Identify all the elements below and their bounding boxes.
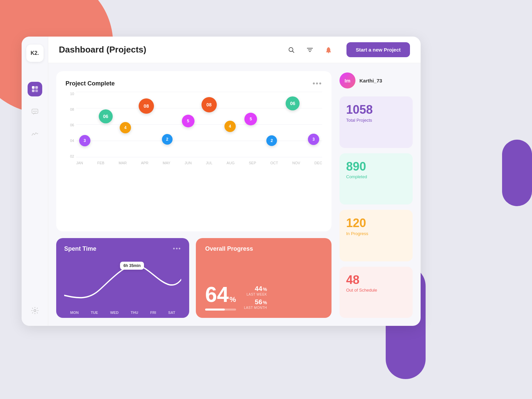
logo: K2.: [26, 45, 44, 62]
bubble-feb: 06: [99, 109, 113, 123]
bubble-jun: 5: [182, 115, 195, 127]
svg-rect-2: [32, 89, 35, 92]
progress-percent-symbol: %: [229, 295, 236, 304]
header: Dashboard (Projects): [48, 37, 421, 63]
page-title: Dashboard (Projects): [59, 45, 280, 55]
progress-title: Overall Progress: [205, 245, 322, 252]
bubble-aug: 4: [224, 121, 236, 132]
bubble-jan: 3: [79, 135, 90, 146]
svg-line-10: [292, 51, 294, 53]
y-axis: 10 08 06 04 02: [66, 92, 75, 165]
stat-label-completed: Completed: [346, 174, 406, 179]
stat-label-outofschedule: Out of Schedule: [346, 288, 406, 293]
nav-chat[interactable]: [28, 104, 42, 119]
stat-number-total: 1058: [346, 103, 406, 116]
spent-time-menu[interactable]: •••: [173, 245, 181, 252]
bubble-chart: 10 08 06 04 02: [66, 92, 322, 165]
bg-rect-right: [502, 140, 532, 206]
sidebar: K2.: [22, 37, 48, 326]
progress-stats: 44 % LAST WEEK 56 %: [244, 285, 267, 310]
stat-number-completed: 890: [346, 160, 406, 173]
filter-button[interactable]: [304, 44, 316, 56]
settings-icon[interactable]: [28, 303, 42, 318]
bubble-may: 2: [162, 134, 173, 145]
right-column: Im Karthi_73 1058 Total Projects 890 Com…: [339, 71, 413, 318]
svg-point-5: [33, 111, 34, 112]
body: Project Complete ••• 10 08 06 04 02: [48, 63, 421, 326]
spent-time-card: Spent Time ••• 6h 35min MON: [56, 238, 189, 318]
spent-xaxis: MON TUE WED THU FRI SAT: [64, 309, 181, 318]
bubble-sep: 5: [244, 113, 257, 125]
last-week-value: 44: [255, 285, 262, 293]
progress-body: 64 % 44: [205, 284, 322, 311]
user-profile: Im Karthi_73: [339, 71, 413, 90]
nav-activity[interactable]: [28, 127, 42, 142]
x-axis: JAN FEB MAR APR MAY JUN JUL AUG SEP OCT …: [76, 161, 322, 165]
avatar: Im: [339, 72, 355, 88]
stat-card-total: 1058 Total Projects: [339, 96, 413, 148]
svg-rect-0: [32, 86, 35, 89]
stat-card-outofschedule: 48 Out of Schedule: [339, 267, 413, 318]
stat-label-total: Total Projects: [346, 118, 406, 123]
svg-rect-3: [35, 89, 38, 92]
bubble-mar: 4: [120, 122, 131, 133]
spent-time-title: Spent Time: [64, 245, 96, 252]
bubble-apr: 08: [139, 98, 154, 114]
stat-card-completed: 890 Completed: [339, 153, 413, 205]
svg-point-14: [328, 52, 329, 53]
svg-point-6: [34, 111, 35, 112]
header-icons: [285, 44, 334, 56]
stat-label-inprogress: In Progress: [346, 231, 406, 236]
spent-chart-area: 6h 35min: [64, 256, 181, 309]
chart-area: 3064082508452063: [76, 92, 322, 157]
user-name: Karthi_73: [359, 78, 382, 83]
progress-percent: 64: [205, 284, 229, 305]
svg-point-7: [36, 111, 37, 112]
nav-dashboard[interactable]: [28, 82, 42, 96]
bubble-oct: 2: [266, 135, 277, 146]
sidebar-bottom: [28, 303, 42, 318]
chart-title: Project Complete: [66, 80, 115, 87]
svg-point-8: [34, 310, 36, 312]
chart-menu[interactable]: •••: [313, 79, 322, 88]
notification-button[interactable]: [323, 44, 334, 56]
project-complete-card: Project Complete ••• 10 08 06 04 02: [56, 71, 332, 231]
stat-number-outofschedule: 48: [346, 273, 406, 287]
overall-progress-card: Overall Progress 64 %: [196, 238, 332, 318]
nav-items: [28, 82, 42, 293]
bubble-dec: 3: [308, 134, 319, 145]
new-project-button[interactable]: Start a new Project: [346, 42, 410, 57]
stat-number-inprogress: 120: [346, 216, 406, 230]
bubbles-container: 3064082508452063: [76, 92, 322, 157]
left-column: Project Complete ••• 10 08 06 04 02: [56, 71, 332, 318]
bubble-jul: 08: [201, 97, 217, 112]
last-month-label: LAST MONTH: [244, 306, 267, 310]
search-button[interactable]: [285, 44, 297, 56]
progress-bar: [205, 309, 236, 311]
main-window: K2.: [22, 37, 421, 326]
svg-rect-1: [35, 86, 38, 89]
last-week-label: LAST WEEK: [244, 293, 267, 296]
spent-tooltip: 6h 35min: [120, 262, 144, 270]
progress-bar-fill: [205, 309, 225, 311]
last-month-value: 56: [255, 298, 262, 306]
chart-header: Project Complete •••: [66, 79, 322, 88]
content: Dashboard (Projects): [48, 37, 421, 326]
bottom-row: Spent Time ••• 6h 35min MON: [56, 238, 332, 318]
bubble-nov: 06: [286, 96, 300, 110]
stat-card-inprogress: 120 In Progress: [339, 210, 413, 261]
